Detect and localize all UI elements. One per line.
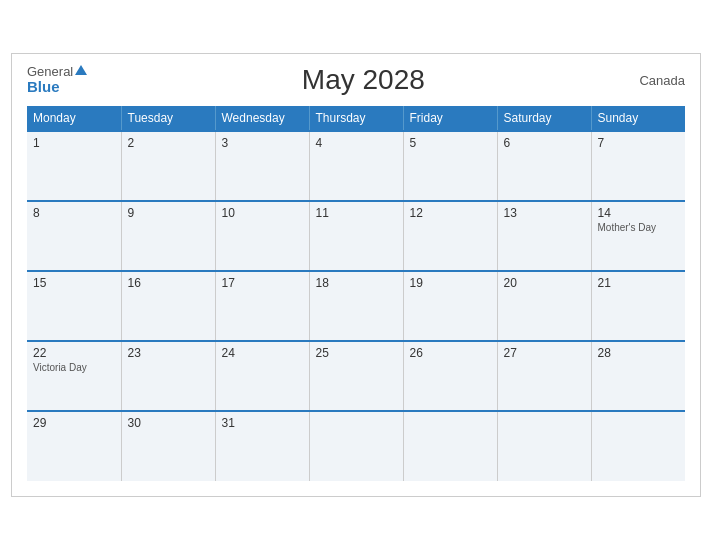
calendar-day-cell [591,411,685,481]
calendar-day-cell [403,411,497,481]
calendar-day-cell: 1 [27,131,121,201]
calendar-day-cell: 4 [309,131,403,201]
calendar-day-cell: 3 [215,131,309,201]
calendar-week-row: 891011121314Mother's Day [27,201,685,271]
calendar-week-row: 22Victoria Day232425262728 [27,341,685,411]
calendar-table: Monday Tuesday Wednesday Thursday Friday… [27,106,685,481]
day-number: 13 [504,206,585,220]
day-event: Victoria Day [33,362,115,373]
country-label: Canada [639,73,685,88]
calendar-day-cell: 11 [309,201,403,271]
calendar-day-cell: 5 [403,131,497,201]
col-friday: Friday [403,106,497,131]
calendar-day-cell: 13 [497,201,591,271]
col-thursday: Thursday [309,106,403,131]
calendar-day-cell: 6 [497,131,591,201]
calendar-day-cell: 19 [403,271,497,341]
calendar-day-cell: 16 [121,271,215,341]
day-number: 5 [410,136,491,150]
calendar-day-cell: 20 [497,271,591,341]
col-tuesday: Tuesday [121,106,215,131]
calendar-title: May 2028 [302,64,425,96]
day-number: 29 [33,416,115,430]
calendar-day-cell: 23 [121,341,215,411]
day-number: 3 [222,136,303,150]
logo-blue-text: Blue [27,79,87,96]
day-number: 28 [598,346,680,360]
calendar-day-cell: 31 [215,411,309,481]
calendar-day-cell: 24 [215,341,309,411]
calendar-day-cell: 10 [215,201,309,271]
day-number: 4 [316,136,397,150]
calendar-week-row: 15161718192021 [27,271,685,341]
calendar-day-cell: 14Mother's Day [591,201,685,271]
calendar-day-cell: 18 [309,271,403,341]
day-number: 15 [33,276,115,290]
day-event: Mother's Day [598,222,680,233]
day-number: 9 [128,206,209,220]
day-number: 31 [222,416,303,430]
day-number: 2 [128,136,209,150]
calendar-day-cell: 15 [27,271,121,341]
calendar-day-cell: 22Victoria Day [27,341,121,411]
calendar-day-cell: 2 [121,131,215,201]
day-number: 6 [504,136,585,150]
calendar-day-cell: 30 [121,411,215,481]
calendar-day-cell: 29 [27,411,121,481]
col-monday: Monday [27,106,121,131]
day-number: 26 [410,346,491,360]
calendar-day-cell: 25 [309,341,403,411]
day-number: 23 [128,346,209,360]
day-number: 7 [598,136,680,150]
calendar-day-cell: 9 [121,201,215,271]
day-number: 16 [128,276,209,290]
day-number: 1 [33,136,115,150]
calendar-day-cell: 8 [27,201,121,271]
calendar-day-cell: 7 [591,131,685,201]
day-number: 25 [316,346,397,360]
calendar-header: General Blue May 2028 Canada [27,64,685,96]
calendar-day-cell: 17 [215,271,309,341]
days-header-row: Monday Tuesday Wednesday Thursday Friday… [27,106,685,131]
day-number: 21 [598,276,680,290]
day-number: 8 [33,206,115,220]
logo-triangle-icon [75,65,87,75]
col-saturday: Saturday [497,106,591,131]
day-number: 30 [128,416,209,430]
col-wednesday: Wednesday [215,106,309,131]
col-sunday: Sunday [591,106,685,131]
calendar-day-cell: 27 [497,341,591,411]
day-number: 14 [598,206,680,220]
day-number: 18 [316,276,397,290]
calendar-day-cell [497,411,591,481]
calendar-day-cell: 26 [403,341,497,411]
calendar-day-cell [309,411,403,481]
calendar-container: General Blue May 2028 Canada Monday Tues… [11,53,701,497]
calendar-day-cell: 21 [591,271,685,341]
day-number: 10 [222,206,303,220]
day-number: 17 [222,276,303,290]
logo-general-text: General [27,65,87,79]
calendar-day-cell: 12 [403,201,497,271]
day-number: 19 [410,276,491,290]
day-number: 20 [504,276,585,290]
day-number: 12 [410,206,491,220]
day-number: 11 [316,206,397,220]
calendar-week-row: 1234567 [27,131,685,201]
day-number: 24 [222,346,303,360]
day-number: 22 [33,346,115,360]
calendar-week-row: 293031 [27,411,685,481]
logo: General Blue [27,65,87,96]
calendar-day-cell: 28 [591,341,685,411]
day-number: 27 [504,346,585,360]
